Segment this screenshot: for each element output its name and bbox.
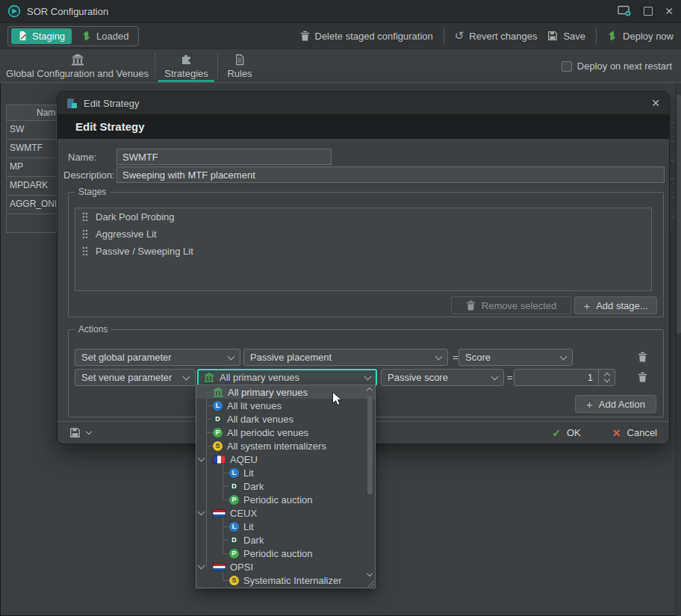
close-icon[interactable]: ✕ [665,5,674,17]
chevron-down-icon [435,352,443,360]
venue-tree-item[interactable]: L All lit venues [196,399,375,412]
name-field[interactable] [116,149,332,165]
venue-tree-item[interactable]: P Periodic auction [196,493,375,506]
venue-tree-item[interactable]: P Periodic auction [196,547,375,560]
stages-list[interactable]: Dark Pool Probing Aggressive Lit Passive… [75,208,652,291]
systematic-internalizer-icon: S [229,576,239,585]
venue-tree-item[interactable]: D Dark [196,533,375,547]
action1-parameter-select[interactable]: Passive placement [243,349,448,366]
venue-tree-group[interactable]: CEUX [196,506,375,520]
deploy-on-restart-label: Deploy on next restart [577,60,672,72]
venue-tree-group[interactable]: AQEU [196,452,375,466]
delete-action1-button[interactable] [636,350,648,364]
stage-list-item[interactable]: Aggressive Lit [75,225,651,243]
window-scrollbar[interactable] [675,83,681,616]
scroll-up-icon[interactable] [367,388,373,393]
swap-arrows-icon [81,31,92,41]
venue-tree-item[interactable]: P All periodic venues [196,426,375,439]
tab-bar: Global Configuration and Venues Strategi… [0,49,681,82]
flag-france-icon [213,455,226,464]
bank-icon [204,373,214,382]
tab-global-label: Global Configuration and Venues [6,68,149,79]
loaded-mode-button[interactable]: Loaded [75,28,135,44]
mouse-cursor [332,391,343,410]
deploy-on-restart-checkbox[interactable]: Deploy on next restart [562,60,672,72]
plus-icon: + [586,399,593,410]
chevron-down-icon[interactable] [198,562,205,570]
staging-document-icon [18,31,28,41]
scrollbar-thumb[interactable] [677,95,681,334]
table-row[interactable]: MPDARK [6,177,57,196]
popup-scrollbar[interactable] [367,387,373,586]
puzzle-icon [180,53,193,66]
deploy-now-button[interactable]: Deploy now [607,31,674,42]
cross-icon: ✕ [612,427,621,439]
bank-icon [213,388,223,397]
venue-tree-item[interactable]: L Lit [196,466,375,479]
save-options-icon[interactable] [69,427,91,438]
stage-list-item[interactable]: Passive / Sweeping Lit [75,243,651,260]
spinner-input[interactable] [514,370,598,385]
chevron-down-icon[interactable] [198,508,205,516]
venue-tree-item[interactable]: L Lit [196,520,375,533]
stage-label: Passive / Sweeping Lit [96,246,193,257]
stage-label: Dark Pool Probing [96,211,175,223]
venue-tree-item[interactable]: S All system internalizers [196,439,375,452]
deploy-now-label: Deploy now [623,31,674,42]
action1-type-select[interactable]: Set global parameter [75,349,240,366]
maximize-icon[interactable] [644,7,653,16]
action2-parameter-select[interactable]: Passive score [381,369,504,386]
delete-action2-button[interactable] [636,370,648,384]
tab-rules[interactable]: Rules [218,49,261,82]
trash-icon [466,300,476,311]
drag-handle-icon[interactable] [82,229,88,239]
tab-global-configuration[interactable]: Global Configuration and Venues [0,49,155,82]
staging-mode-button[interactable]: Staging [11,28,72,44]
venue-dropdown-popup: All primary venues L All lit venues D Al… [196,385,376,588]
table-row[interactable]: SWMTF [6,140,57,158]
scroll-down-icon[interactable] [367,570,373,576]
dialog-heading: Edit Strategy [57,114,669,139]
save-button[interactable]: Save [547,31,585,42]
action1-value-select[interactable]: Score [458,349,573,366]
chevron-down-icon[interactable] [86,429,92,435]
table-row[interactable]: SW [6,121,57,140]
remove-selected-button[interactable]: Remove selected [451,296,571,314]
chevron-down-icon[interactable] [603,376,609,382]
drag-handle-icon[interactable] [82,246,88,256]
tab-strategies-label: Strategies [164,68,208,79]
dialog-close-icon[interactable]: ✕ [651,97,660,109]
plus-icon: + [583,300,590,311]
add-action-button[interactable]: + Add Action [575,395,656,413]
chevron-down-icon[interactable] [198,455,205,462]
action2-venue-select[interactable]: All primary venues [197,369,377,386]
cancel-button[interactable]: ✕ Cancel [612,427,657,439]
revert-changes-button[interactable]: ↺ Revert changes [455,31,538,42]
checkbox-box[interactable] [562,61,572,72]
table-row[interactable]: MP [6,158,57,177]
spinner-buttons[interactable] [598,370,615,385]
venue-tree-item[interactable]: D All dark venues [196,412,375,426]
action2-value-spinner[interactable] [514,369,615,386]
lit-venue-icon: L [229,522,239,532]
stage-list-item[interactable]: Dark Pool Probing [75,208,651,225]
remove-selected-label: Remove selected [482,300,556,311]
add-stage-button[interactable]: + Add stage... [574,296,657,314]
display-settings-icon[interactable] [618,5,632,17]
description-field[interactable] [116,167,665,183]
delete-staged-button[interactable]: Delete staged configuration [300,31,433,42]
drag-handle-icon[interactable] [82,212,88,222]
venue-tree-item[interactable]: All primary venues [196,385,375,399]
venue-tree-item[interactable]: D Dark [196,479,375,493]
action2-type-select[interactable]: Set venue parameter [75,369,196,386]
strategies-table: Name SW SWMTF MP MPDARK AGGR_ONLY [6,105,57,233]
dark-venue-icon: D [213,414,223,424]
table-row[interactable]: AGGR_ONLY [6,196,57,214]
venue-tree-item[interactable]: S Systematic Internalizer [196,573,375,587]
tab-strategies[interactable]: Strategies [155,49,217,82]
ok-button[interactable]: ✓ OK [552,427,581,439]
venue-tree-group[interactable]: OPSI [196,560,375,573]
actions-legend: Actions [75,324,111,335]
toolbar-separator [596,28,597,43]
scrollbar-thumb[interactable] [367,396,373,494]
